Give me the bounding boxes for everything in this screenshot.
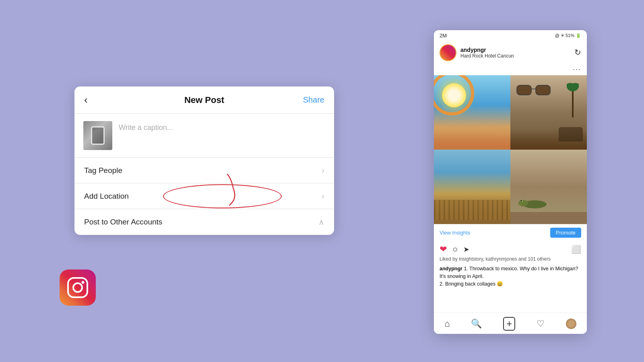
post-image-4 (510, 150, 587, 224)
post-header: andypngr Hard Rock Hotel Cancun ↻ (434, 41, 587, 64)
post-image-1 (434, 75, 510, 150)
action-bar: View Insights Promote (434, 224, 587, 241)
oval-highlight (163, 184, 282, 208)
share-icon[interactable]: ➤ (463, 245, 469, 254)
caption-row: Write a caption... (74, 114, 334, 158)
tag-people-label: Tag People (84, 166, 122, 175)
tag-people-item[interactable]: Tag People › (74, 158, 334, 183)
status-icons: @ ✳ 51% 🔋 (555, 33, 581, 38)
phone-mockup: 2M @ ✳ 51% 🔋 andypngr Hard Rock Hotel Ca… (434, 30, 587, 334)
refresh-icon[interactable]: ↻ (574, 47, 581, 57)
post-to-other-item[interactable]: Post to Other Accounts ∧ (74, 209, 334, 235)
status-time: 2M (440, 33, 447, 39)
lizard (518, 194, 551, 212)
promote-button[interactable]: Promote (550, 228, 581, 238)
post-caption: andypngr 1. Throwback to mexico. Why do … (434, 263, 587, 289)
caption-line2: 2. Bringing back collages 😄 (440, 281, 503, 287)
svg-rect-0 (68, 278, 87, 297)
view-insights-link[interactable]: View Insights (440, 230, 470, 236)
nav-heart-icon[interactable]: ♡ (537, 319, 545, 329)
bottom-nav: ⌂ 🔍 + ♡ (434, 313, 587, 334)
bookmark-icon[interactable]: ⬜ (571, 245, 581, 254)
svg-rect-4 (536, 85, 550, 95)
caption-username: andypngr (440, 266, 462, 272)
instagram-logo (60, 269, 96, 306)
svg-point-13 (518, 200, 528, 206)
caption-thumbnail (83, 121, 112, 150)
post-header-left: andypngr Hard Rock Hotel Cancun (440, 44, 514, 61)
post-location: Hard Rock Hotel Cancun (460, 53, 514, 59)
new-post-panel: ‹ New Post Share Write a caption... Tag … (74, 86, 334, 235)
post-username: andypngr (460, 47, 514, 53)
back-button[interactable]: ‹ (84, 94, 88, 106)
add-location-chevron: › (322, 191, 324, 201)
share-button[interactable]: Share (303, 95, 324, 105)
palm-tree (567, 77, 579, 117)
caption-input[interactable]: Write a caption... (119, 121, 325, 132)
status-bar: 2M @ ✳ 51% 🔋 (434, 30, 587, 41)
tag-people-chevron: › (322, 166, 324, 175)
rock (510, 212, 587, 224)
thatch-lines (434, 200, 510, 220)
post-to-other-chevron: ∧ (318, 217, 324, 227)
svg-rect-3 (517, 85, 531, 95)
more-dots-row: ··· (434, 64, 587, 75)
sunglasses-shape (516, 83, 551, 97)
liked-by: Liked by insightstory, kathrynmjones and… (434, 256, 587, 263)
svg-point-1 (73, 283, 82, 292)
panel-title: New Post (184, 95, 224, 105)
more-dots-icon[interactable]: ··· (573, 65, 581, 74)
post-user-info: andypngr Hard Rock Hotel Cancun (460, 47, 514, 59)
reaction-row: ❤ ○ ➤ ⬜ (434, 241, 587, 256)
post-images-grid (434, 75, 587, 224)
comment-icon[interactable]: ○ (452, 244, 458, 255)
scene: ‹ New Post Share Write a caption... Tag … (0, 0, 644, 362)
nav-search-icon[interactable]: 🔍 (471, 319, 482, 329)
add-location-label: Add Location (84, 192, 129, 201)
heart-icon[interactable]: ❤ (440, 244, 447, 255)
post-to-other-label: Post to Other Accounts (84, 218, 162, 226)
svg-point-16 (521, 200, 522, 202)
nav-home-icon[interactable]: ⌂ (444, 319, 450, 329)
nav-add-icon[interactable]: + (503, 317, 515, 331)
orange-ring (434, 75, 474, 115)
panel-header: ‹ New Post Share (74, 86, 334, 114)
avatar (440, 44, 456, 61)
liked-by-text: Liked by insightstory, kathrynmjones and… (440, 256, 551, 262)
add-location-item[interactable]: Add Location › (74, 183, 334, 209)
horizon (434, 134, 510, 150)
post-image-2 (510, 75, 587, 150)
svg-point-2 (82, 281, 85, 284)
ground (510, 130, 587, 150)
post-image-3 (434, 150, 510, 224)
nav-profile-icon[interactable] (566, 319, 576, 329)
